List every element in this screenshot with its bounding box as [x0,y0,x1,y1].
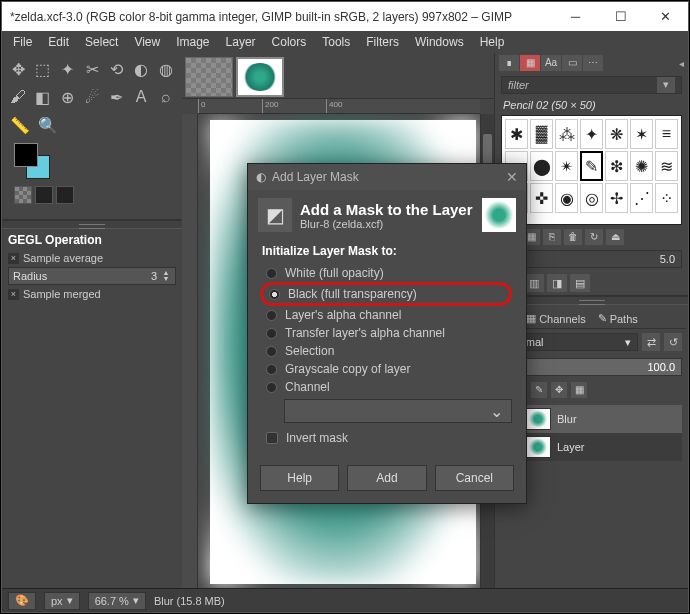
brush-item[interactable]: ✦ [580,119,603,149]
radio-selection[interactable]: Selection [262,342,512,360]
radio-grayscale[interactable]: Grayscale copy of layer [262,360,512,378]
minimize-button[interactable]: ─ [553,2,598,31]
zoom-select[interactable]: 66.7 % ▾ [88,592,146,610]
dock-menu-icon[interactable]: ◂ [679,58,684,69]
channel-dropdown[interactable]: ⌄ [284,399,512,423]
status-tool-icon[interactable]: 🎨 [8,592,36,610]
maximize-button[interactable]: ☐ [598,2,643,31]
unit-select[interactable]: px ▾ [44,592,80,610]
brush-item[interactable]: ❋ [605,119,628,149]
tool-picker[interactable]: ⌕ [155,85,176,109]
tool-crop[interactable]: ✂ [82,57,103,81]
tab-misc[interactable]: ⋯ [583,55,603,71]
tool-smudge[interactable]: ☄ [82,85,103,109]
brush-item[interactable]: ◉ [555,183,578,213]
tool-measure[interactable]: 📏 [8,113,32,137]
brush-item[interactable]: ❇ [605,151,628,181]
lock-position[interactable]: ✥ [551,382,567,398]
dialog-close-icon[interactable]: ✕ [506,169,518,185]
brush-item[interactable]: ◎ [580,183,603,213]
brush-item[interactable]: ≋ [655,151,678,181]
tool-clone[interactable]: ⊕ [57,85,78,109]
mode-reset-button[interactable]: ↺ [664,333,682,351]
tab-brushes[interactable]: ∎ [499,55,519,71]
active-gradient-preview[interactable] [56,186,74,204]
radio-transfer[interactable]: Transfer layer's alpha channel [262,324,512,342]
radius-control[interactable]: Radius 3 ▲▼ [8,267,176,285]
opacity-slider[interactable]: 100.0 [501,358,682,376]
radio-black[interactable]: Black (full transparency) [265,285,503,303]
add-button[interactable]: Add [347,465,426,491]
filter-dropdown-icon[interactable]: ▾ [657,77,675,93]
brush-item[interactable]: ✢ [605,183,628,213]
tab-patterns[interactable]: ▦ [520,55,540,71]
brush-item[interactable]: ▓ [530,119,553,149]
brush-refresh-button[interactable]: ↻ [585,229,603,245]
brush-item[interactable]: ⁘ [655,183,678,213]
dialog-titlebar[interactable]: ◐ Add Layer Mask ✕ [248,164,526,190]
lock-alpha[interactable]: ▦ [571,382,587,398]
layer-name[interactable]: Layer [557,441,585,453]
radio-alpha[interactable]: Layer's alpha channel [262,306,512,324]
brush-item[interactable]: ⬤ [530,151,553,181]
toolopt-2[interactable]: ▥ [524,274,544,292]
spinner-icon[interactable]: ▲▼ [161,270,171,282]
tool-bucket[interactable]: ◍ [155,57,176,81]
tab-fonts[interactable]: Aa [541,55,561,71]
toolopt-4[interactable]: ▤ [570,274,590,292]
ruler-vertical[interactable] [182,114,198,588]
brush-item[interactable]: ⋰ [630,183,653,213]
menu-colors[interactable]: Colors [265,33,314,51]
radio-channel[interactable]: Channel [262,378,512,396]
menu-layer[interactable]: Layer [219,33,263,51]
brush-item[interactable]: ✱ [505,119,528,149]
sample-merged-row[interactable]: ×Sample merged [2,287,182,301]
brush-item[interactable]: ≡ [655,119,678,149]
tab-paths[interactable]: ✎Paths [592,309,644,328]
brush-item[interactable]: ✺ [630,151,653,181]
tool-text[interactable]: A [131,85,152,109]
tool-zoom[interactable]: 🔍 [36,113,60,137]
tool-transform[interactable]: ⟲ [106,57,127,81]
mode-switch-button[interactable]: ⇄ [642,333,660,351]
panel-splitter[interactable] [2,219,182,229]
menu-image[interactable]: Image [169,33,216,51]
layer-row[interactable]: 👁 Blur [501,405,682,433]
menu-select[interactable]: Select [78,33,125,51]
brush-item[interactable]: ✜ [530,183,553,213]
brush-item[interactable]: ✶ [630,119,653,149]
cancel-button[interactable]: Cancel [435,465,514,491]
tool-move[interactable]: ✥ [8,57,29,81]
sample-average-row[interactable]: ×Sample average [2,251,182,265]
brush-spacing[interactable]: 5.0 [501,250,682,268]
tool-free-select[interactable]: ✦ [57,57,78,81]
invert-mask-check[interactable]: Invert mask [262,423,512,445]
brush-del-button[interactable]: 🗑 [564,229,582,245]
menu-view[interactable]: View [127,33,167,51]
layer-name[interactable]: Blur [557,413,577,425]
menu-edit[interactable]: Edit [41,33,76,51]
fg-color[interactable] [14,143,38,167]
brush-item[interactable]: ⁂ [555,119,578,149]
menu-filters[interactable]: Filters [359,33,406,51]
brush-filter[interactable]: filter ▾ [501,76,682,94]
lock-pixels[interactable]: ✎ [531,382,547,398]
layer-row[interactable]: 👁 Layer [501,433,682,461]
menu-file[interactable]: File [6,33,39,51]
menu-windows[interactable]: Windows [408,33,471,51]
brush-grid[interactable]: ✱ ▓ ⁂ ✦ ❋ ✶ ≡ ● ⬤ ✴ ✎ ❇ ✺ ≋ 〰 ✜ ◉ ◎ ✢ ⋰ [501,115,682,225]
close-button[interactable]: ✕ [643,2,688,31]
menu-help[interactable]: Help [473,33,512,51]
brush-dup-button[interactable]: ⎘ [543,229,561,245]
active-brush-preview[interactable] [14,186,32,204]
brush-open-button[interactable]: ⏏ [606,229,624,245]
menu-tools[interactable]: Tools [315,33,357,51]
brush-item[interactable]: ✴ [555,151,578,181]
color-swatches[interactable] [14,143,58,183]
tool-eraser[interactable]: ◧ [33,85,54,109]
tab-history[interactable]: ▭ [562,55,582,71]
toolopt-3[interactable]: ◨ [547,274,567,292]
ruler-horizontal[interactable]: 0 200 400 [198,99,480,114]
active-pattern-preview[interactable] [35,186,53,204]
image-tab-1[interactable] [185,57,233,97]
